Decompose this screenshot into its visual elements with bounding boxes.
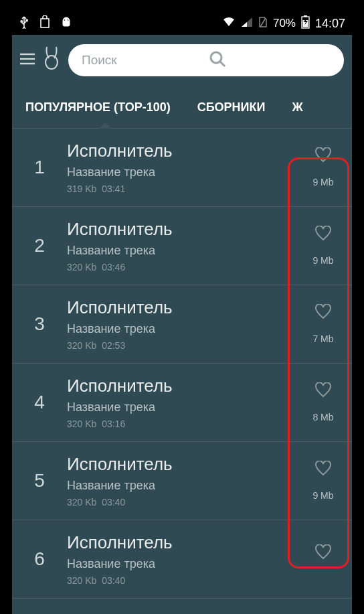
heart-icon[interactable]	[314, 304, 332, 323]
wifi-icon	[222, 17, 236, 31]
app-logo	[41, 45, 62, 76]
svg-rect-4	[304, 15, 307, 17]
heart-icon[interactable]	[314, 226, 332, 244]
tab-collections[interactable]: СБОРНИКИ	[184, 88, 279, 128]
track-rank: 3	[12, 313, 67, 335]
heart-icon[interactable]	[314, 461, 332, 479]
battery-pct: 70%	[273, 17, 296, 30]
heart-icon[interactable]	[314, 544, 332, 563]
track-info: 320 Kb 03:46	[67, 262, 294, 273]
track-artist: Исполнитель	[67, 141, 294, 161]
usb-icon	[19, 15, 29, 32]
track-size: 8 Mb	[312, 412, 333, 423]
track-title: Название трека	[67, 479, 294, 493]
track-size: 9 Mb	[312, 177, 333, 187]
track-size: 9 Mb	[312, 255, 333, 266]
track-info: 320 Kb 03:16	[67, 418, 294, 429]
track-rank: 4	[12, 392, 67, 413]
battery-icon	[301, 15, 310, 32]
search-placeholder: Поиск	[82, 53, 208, 68]
track-size: 7 Mb	[312, 333, 333, 344]
track-title: Название трека	[67, 165, 294, 179]
track-row[interactable]: 5 Исполнитель Название трека 320 Kb 03:4…	[12, 442, 352, 520]
tabs: ПОПУЛЯРНОЕ (TOP-100) СБОРНИКИ Ж	[12, 88, 352, 129]
menu-button[interactable]	[20, 53, 35, 68]
track-size: 9 Mb	[312, 490, 333, 501]
track-artist: Исполнитель	[67, 532, 294, 553]
track-info: 320 Kb 02:53	[67, 340, 294, 351]
signal-icon	[241, 17, 253, 31]
track-title: Название трека	[67, 557, 294, 571]
track-row[interactable]: 2 Исполнитель Название трека 320 Kb 03:4…	[12, 207, 352, 285]
svg-line-10	[220, 62, 225, 66]
app-header: Поиск	[12, 35, 352, 83]
track-artist: Исполнитель	[67, 297, 294, 318]
heart-icon[interactable]	[314, 382, 332, 401]
shop-icon	[39, 15, 51, 32]
tab-popular[interactable]: ПОПУЛЯРНОЕ (TOP-100)	[12, 88, 184, 128]
track-list: 1 Исполнитель Название трека 319 Kb 03:4…	[12, 129, 352, 599]
track-info: 320 Kb 03:40	[67, 497, 294, 508]
track-info: 320 Kb 03:40	[67, 575, 294, 586]
svg-line-2	[260, 18, 266, 27]
track-title: Название трека	[67, 400, 294, 414]
heart-icon[interactable]	[314, 147, 332, 166]
track-rank: 5	[12, 470, 67, 491]
svg-point-0	[64, 19, 66, 21]
status-bar: 70% 14:07	[12, 12, 352, 35]
clock: 14:07	[315, 17, 345, 31]
svg-point-1	[68, 19, 69, 21]
sim-icon	[258, 16, 268, 31]
track-artist: Исполнитель	[67, 376, 294, 396]
track-rank: 1	[12, 157, 67, 178]
track-row[interactable]: 4 Исполнитель Название трека 320 Kb 03:1…	[12, 364, 352, 442]
track-title: Название трека	[67, 322, 294, 336]
tab-indicator	[99, 123, 111, 129]
track-artist: Исполнитель	[67, 454, 294, 475]
tab-partial[interactable]: Ж	[278, 88, 316, 128]
search-icon[interactable]	[208, 50, 335, 72]
search-input[interactable]: Поиск	[68, 44, 344, 76]
track-row[interactable]: 6 Исполнитель Название трека 320 Kb 03:4…	[12, 520, 352, 599]
svg-point-9	[211, 52, 221, 63]
track-artist: Исполнитель	[67, 219, 294, 240]
track-row[interactable]: 1 Исполнитель Название трека 319 Kb 03:4…	[12, 129, 352, 207]
track-rank: 2	[12, 235, 67, 256]
track-info: 319 Kb 03:41	[67, 183, 294, 194]
android-icon	[60, 16, 72, 31]
track-title: Название трека	[67, 244, 294, 258]
track-row[interactable]: 3 Исполнитель Название трека 320 Kb 02:5…	[12, 285, 352, 364]
track-rank: 6	[12, 548, 67, 570]
